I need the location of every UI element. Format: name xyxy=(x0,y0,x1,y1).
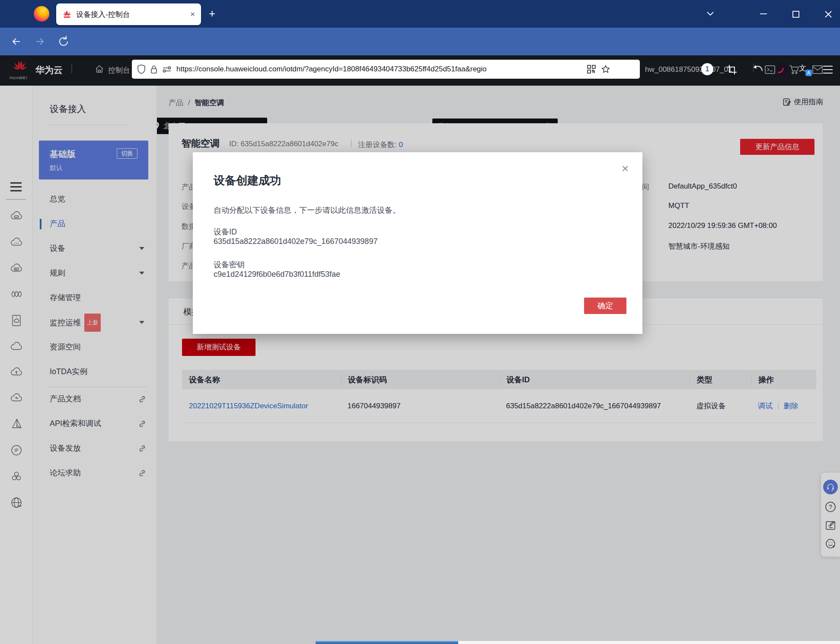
notification-badge[interactable]: 1 xyxy=(701,63,713,75)
device-secret-value: c9e1d24129f6b0e6d7b3f011fdf53fae xyxy=(214,270,340,279)
maximize-button[interactable] xyxy=(792,10,800,18)
modal-backdrop[interactable] xyxy=(0,55,840,644)
screen: 设备接入-控制台 × + https://console.huaweicloud… xyxy=(0,0,840,644)
browser-titlebar: 设备接入-控制台 × + xyxy=(0,0,840,28)
url-bar[interactable]: https://console.huaweicloud.com/iotdm/?a… xyxy=(132,60,640,79)
device-id-label: 设备ID xyxy=(214,227,237,237)
browser-tab[interactable]: 设备接入-控制台 × xyxy=(56,3,201,25)
modal-body-text: 自动分配以下设备信息，下一步请以此信息激活设备。 xyxy=(214,205,400,215)
qr-code-icon[interactable] xyxy=(587,64,596,74)
undo-arrow-icon[interactable] xyxy=(751,64,763,75)
modal-ok-button[interactable]: 确定 xyxy=(584,298,626,314)
permissions-icon[interactable] xyxy=(162,66,172,73)
modal-close-icon[interactable]: × xyxy=(622,163,629,175)
url-text[interactable]: https://console.huaweicloud.com/iotdm/?a… xyxy=(176,65,582,74)
screenshot-crop-icon[interactable] xyxy=(726,64,738,75)
url-fade xyxy=(552,65,582,74)
device-created-modal: × 设备创建成功 自动分配以下设备信息，下一步请以此信息激活设备。 设备ID 6… xyxy=(193,152,642,334)
huawei-favicon xyxy=(62,10,72,19)
firefox-icon[interactable] xyxy=(34,6,49,22)
minimize-button[interactable] xyxy=(759,13,768,15)
bookmark-star-icon[interactable] xyxy=(601,64,610,74)
forward-button[interactable] xyxy=(34,35,46,48)
taskbar-sliver-light xyxy=(458,641,840,644)
tracking-shield-icon[interactable] xyxy=(137,64,146,74)
back-button[interactable] xyxy=(10,35,22,48)
close-window-button[interactable] xyxy=(824,10,833,19)
modal-title: 设备创建成功 xyxy=(214,173,281,188)
reload-button[interactable] xyxy=(57,35,70,48)
tab-title: 设备接入-控制台 xyxy=(76,10,186,19)
new-tab-button[interactable]: + xyxy=(209,7,215,20)
translate-icon[interactable]: 文 A xyxy=(799,63,812,76)
lock-icon[interactable] xyxy=(150,65,157,74)
menu-hamburger-icon[interactable] xyxy=(822,65,834,74)
tab-list-chevron-icon[interactable] xyxy=(705,10,716,17)
extension-icon[interactable] xyxy=(776,64,788,75)
device-secret-label: 设备密钥 xyxy=(214,260,245,270)
taskbar-sliver-blue xyxy=(316,641,458,644)
device-id-value: 635d15a8222a8601d402e79c_1667044939897 xyxy=(214,237,377,246)
tab-close-icon[interactable]: × xyxy=(190,10,195,19)
browser-toolbar: https://console.huaweicloud.com/iotdm/?a… xyxy=(0,28,840,55)
